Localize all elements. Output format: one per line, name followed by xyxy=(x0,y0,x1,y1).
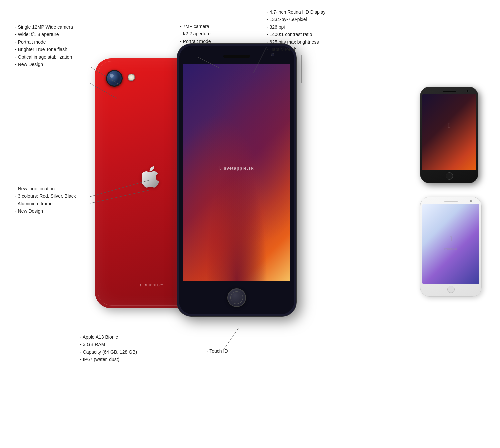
back-camera-annotation: - Single 12MP Wide camera - Wide: f/1.8 … xyxy=(15,23,73,68)
phone-front:  svetapple.sk xyxy=(177,43,297,317)
back-camera-module xyxy=(104,68,141,87)
back-camera-line-4: - Brighter True Tone flash xyxy=(15,46,73,53)
display-line-3: - 326 ppi xyxy=(267,23,326,31)
phone-small-dark:  xyxy=(420,87,478,183)
display-line-4: - 1400:1 contrast ratio xyxy=(267,31,326,38)
phone-small-silver-body:  svetapple.sk xyxy=(420,197,482,297)
logo-line-2: - 3 colours: Red, Silver, Black xyxy=(15,192,76,200)
small-dark-apple-logo:  xyxy=(448,122,450,129)
product-red-label: (PRODUCT)™ xyxy=(140,283,163,287)
small-silver-home xyxy=(447,286,455,293)
small-silver-camera xyxy=(470,200,472,202)
front-speaker xyxy=(223,55,250,58)
back-camera-line-3: - Portrait mode xyxy=(15,38,73,46)
phone-front-frame:  svetapple.sk xyxy=(179,46,294,314)
bottom-line-4: - IP67 (water, dust) xyxy=(80,356,137,363)
back-camera-line-1: - Single 12MP Wide camera xyxy=(15,23,73,31)
back-camera-flash xyxy=(128,74,135,81)
touch-id-annotation: - Touch ID xyxy=(207,347,228,355)
small-silver-screen xyxy=(422,204,479,284)
watermark-apple-icon:  xyxy=(220,165,222,171)
front-camera-annotation: - 7MP camera - f/2.2 aperture - Portrait… xyxy=(180,23,211,45)
watermark:  svetapple.sk xyxy=(220,165,254,171)
back-camera-line-6: - New Design xyxy=(15,61,73,68)
small-dark-screen xyxy=(422,94,476,170)
watermark-text: svetapple.sk xyxy=(224,166,254,171)
back-camera-lens xyxy=(106,70,123,87)
front-camera-line-3: - Portrait mode xyxy=(180,38,211,45)
front-camera xyxy=(271,53,274,56)
logo-line-4: - New Design xyxy=(15,207,76,215)
bottom-annotation: - Apple A13 Bionic - 3 GB RAM - Capacity… xyxy=(80,333,137,363)
back-camera-line-2: - Wide: f/1.8 aperture xyxy=(15,31,73,38)
home-button xyxy=(227,288,246,307)
phone-small-dark-body:  xyxy=(420,87,478,183)
bottom-line-3: - Capacity (64 GB, 128 GB) xyxy=(80,348,137,356)
small-silver-watermark: svetapple.sk xyxy=(444,247,457,250)
display-line-2: - 1334-by-750-pixel xyxy=(267,16,326,23)
logo-line-3: - Aluminium frame xyxy=(15,200,76,207)
display-line-1: - 4.7-inch Retina HD Display xyxy=(267,8,326,16)
display-annotation: - 4.7-inch Retina HD Display - 1334-by-7… xyxy=(267,8,326,53)
touch-id-label: - Touch ID xyxy=(207,348,228,354)
bottom-line-1: - Apple A13 Bionic xyxy=(80,333,137,341)
small-silver-speaker xyxy=(444,201,458,202)
front-camera-line-1: - 7MP camera xyxy=(180,23,211,30)
logo-line-1: - New logo location xyxy=(15,185,76,192)
phone-small-silver:  svetapple.sk xyxy=(420,197,482,297)
back-camera-line-5: - Optical image stabilization xyxy=(15,53,73,61)
svg-line-1 xyxy=(15,67,90,77)
display-line-6: - Haptic Touch xyxy=(267,46,326,53)
small-dark-home xyxy=(446,172,453,180)
logo-annotation: - New logo location - 3 colours: Red, Si… xyxy=(15,185,76,215)
small-dark-camera xyxy=(466,90,469,92)
bottom-line-2: - 3 GB RAM xyxy=(80,341,137,348)
front-camera-line-2: - f/2.2 aperture xyxy=(180,30,211,37)
apple-logo-back xyxy=(142,165,162,189)
display-line-5: - 625 nits max brightness xyxy=(267,38,326,46)
small-dark-speaker xyxy=(443,91,456,92)
small-silver-apple-logo:  xyxy=(450,235,452,243)
svg-line-11 xyxy=(223,328,238,350)
phone-screen:  svetapple.sk xyxy=(183,64,290,281)
